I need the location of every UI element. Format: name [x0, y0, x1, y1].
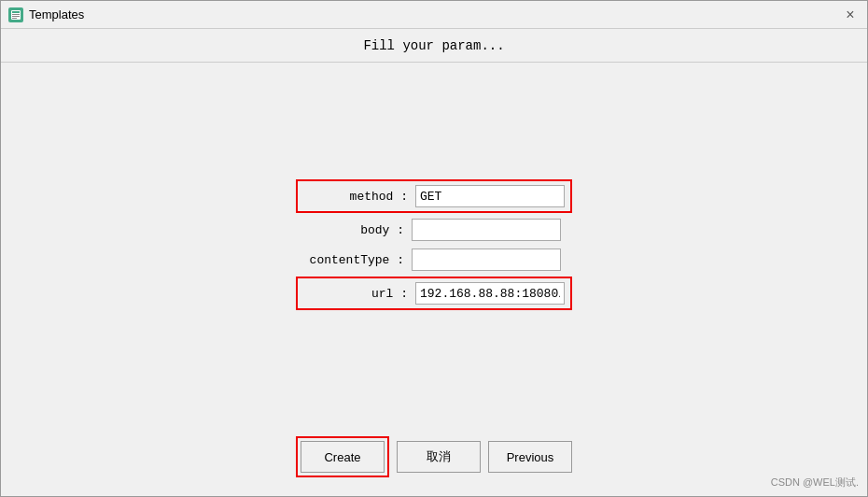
contenttype-row: contentType : [296, 247, 572, 273]
button-bar: Create 取消 Previous [1, 427, 867, 496]
close-button[interactable]: × [841, 6, 860, 24]
svg-rect-3 [12, 16, 20, 17]
subtitle-text: Fill your param... [363, 38, 504, 53]
contenttype-label: contentType : [300, 253, 412, 267]
window-title: Templates [29, 7, 841, 21]
form-section: method : body : contentType : url : [296, 179, 572, 310]
title-bar: Templates × [1, 1, 867, 29]
url-label: url : [303, 287, 415, 301]
svg-rect-2 [12, 14, 20, 15]
url-row-highlighted: url : [296, 277, 572, 310]
cancel-button[interactable]: 取消 [397, 441, 481, 473]
url-row: url : [300, 280, 568, 306]
body-label: body : [300, 223, 412, 237]
create-button-wrapper: Create [296, 436, 389, 477]
method-input[interactable] [415, 185, 565, 207]
method-row: method : [300, 183, 568, 209]
create-button[interactable]: Create [301, 441, 385, 473]
method-label: method : [303, 190, 415, 204]
method-row-highlighted: method : [296, 179, 572, 213]
previous-button[interactable]: Previous [488, 441, 572, 473]
svg-rect-4 [12, 18, 17, 19]
url-input[interactable] [415, 282, 565, 305]
content-area: method : body : contentType : url : [1, 63, 867, 427]
body-row: body : [296, 217, 572, 243]
app-icon [8, 7, 23, 22]
watermark: CSDN @WEL测试. [771, 476, 859, 490]
svg-rect-1 [12, 11, 20, 13]
contenttype-input[interactable] [412, 248, 561, 271]
main-window: Templates × Fill your param... method : … [0, 0, 868, 497]
subtitle-bar: Fill your param... [1, 29, 867, 63]
body-input[interactable] [412, 219, 561, 241]
